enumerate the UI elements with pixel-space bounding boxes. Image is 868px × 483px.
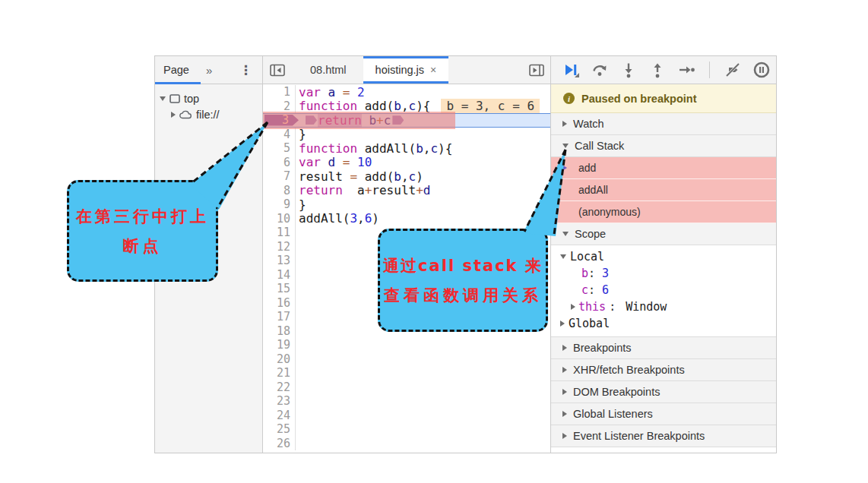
step-icon[interactable] (677, 61, 695, 79)
show-panel-icon[interactable] (527, 61, 546, 79)
kebab-menu-icon[interactable]: ⋮ (239, 62, 252, 78)
cloud-icon (179, 110, 192, 119)
section-breakpoints[interactable]: Breakpoints (551, 337, 776, 359)
chevron-right-icon[interactable] (571, 304, 575, 310)
scope-variable[interactable]: this: Window (551, 298, 776, 315)
line-number[interactable]: 22 (263, 380, 296, 395)
chevron-down-icon[interactable] (560, 254, 566, 259)
pause-on-exceptions-icon[interactable] (752, 61, 771, 79)
chevron-down-icon[interactable] (562, 232, 569, 236)
chevron-right-icon[interactable] (562, 345, 567, 351)
screenshot-canvas: Page » ⋮ top file:// (0, 0, 868, 483)
tree-item-file[interactable]: file:// (155, 106, 262, 122)
chevron-right-icon[interactable] (171, 112, 176, 118)
section-dom-breakpoints[interactable]: DOM Breakpoints (551, 381, 776, 403)
code-token: a (328, 85, 336, 99)
chevron-right-icon[interactable] (562, 433, 567, 439)
line-number[interactable]: 4 (263, 128, 296, 142)
tab-08-html[interactable]: 08.html (298, 56, 359, 84)
section-call-stack[interactable]: Call Stack (551, 135, 776, 157)
line-number[interactable]: 12 (263, 240, 296, 254)
code-text: } (296, 197, 306, 212)
editor-tabbar: 08.html hoisting.js × (263, 56, 550, 84)
call-stack-frame[interactable]: addAll (551, 179, 776, 201)
step-out-icon[interactable] (648, 61, 667, 79)
chevron-down-icon[interactable] (562, 144, 569, 148)
code-line: 23 (263, 394, 550, 409)
code-token: ( (387, 169, 394, 184)
tree-item-label: file:// (196, 109, 220, 121)
section-watch[interactable]: Watch (551, 113, 776, 135)
close-tab-icon[interactable]: × (430, 64, 436, 76)
code-token: ( (409, 141, 417, 156)
section-label: Call Stack (575, 140, 624, 152)
line-number[interactable]: 11 (263, 226, 296, 240)
line-number[interactable]: 16 (263, 296, 296, 311)
resume-icon[interactable] (562, 61, 580, 79)
more-tabs-icon[interactable]: » (206, 64, 211, 77)
variable-colon: : (588, 283, 602, 297)
code-line: 26 (263, 437, 550, 451)
frame-label: add (578, 162, 596, 174)
code-token: + (416, 183, 423, 197)
section-event-listener-breakpoints[interactable]: Event Listener Breakpoints (551, 425, 776, 447)
code-token (343, 183, 357, 197)
code-token (321, 155, 328, 169)
line-number[interactable]: 20 (263, 352, 296, 367)
line-number[interactable]: 13 (263, 254, 296, 268)
frame-label: (anonymous) (578, 206, 641, 218)
debugger-toolbar (551, 56, 776, 84)
line-number[interactable]: 25 (263, 422, 296, 437)
variable-name: this (578, 300, 606, 314)
code-token: a (357, 183, 365, 197)
line-number[interactable]: 17 (263, 310, 296, 324)
line-number[interactable]: 21 (263, 366, 296, 380)
scope-variable[interactable]: c: 6 (551, 282, 776, 298)
code-text: var a = 2 (296, 85, 365, 99)
line-number[interactable]: 5 (263, 141, 296, 156)
section-global-listeners[interactable]: Global Listeners (551, 403, 776, 425)
line-number[interactable]: 14 (263, 268, 296, 283)
scope-variable[interactable]: b: 3 (551, 265, 776, 282)
line-number[interactable]: 23 (263, 394, 296, 409)
line-number[interactable]: 1 (263, 85, 296, 99)
line-number[interactable]: 19 (263, 338, 296, 352)
hide-navigator-icon[interactable] (268, 61, 287, 79)
chevron-right-icon[interactable] (562, 367, 567, 373)
line-number[interactable]: 18 (263, 324, 296, 339)
code-text: function addAll(b,c){ (296, 141, 452, 156)
chevron-right-icon[interactable] (562, 121, 567, 127)
code-token: 6 (365, 211, 372, 226)
call-stack-frame[interactable]: add (551, 157, 776, 179)
step-into-icon[interactable] (619, 61, 638, 79)
line-number[interactable]: 15 (263, 282, 296, 296)
line-number[interactable]: 9 (263, 197, 296, 212)
frame-tree: top file:// (155, 84, 262, 122)
line-number[interactable]: 26 (263, 437, 296, 451)
line-number[interactable]: 24 (263, 409, 296, 423)
chevron-right-icon[interactable] (562, 411, 567, 417)
line-number[interactable]: 6 (263, 156, 296, 170)
chevron-right-icon[interactable] (560, 320, 565, 327)
chevron-down-icon[interactable] (160, 96, 166, 101)
step-over-icon[interactable] (591, 61, 609, 79)
chevron-right-icon[interactable] (562, 389, 567, 395)
scope-global[interactable]: Global (551, 315, 776, 332)
section-label: XHR/fetch Breakpoints (573, 364, 685, 376)
section-scope[interactable]: Scope (551, 223, 776, 245)
deactivate-breakpoints-icon[interactable] (724, 61, 742, 79)
code-token: ){ (438, 141, 452, 156)
code-token: function (299, 141, 357, 156)
code-token (335, 85, 343, 99)
section-xhr-fetch-breakpoints[interactable]: XHR/fetch Breakpoints (551, 359, 776, 381)
line-number[interactable]: 7 (263, 169, 296, 184)
tab-hoisting-js[interactable]: hoisting.js × (363, 56, 449, 84)
tab-page[interactable]: Page (155, 56, 200, 84)
call-stack-frame[interactable]: (anonymous) (551, 201, 776, 223)
line-number[interactable]: 8 (263, 184, 296, 198)
code-token: result (372, 183, 416, 197)
line-number[interactable]: 10 (263, 212, 296, 226)
scope-local[interactable]: Local (551, 248, 776, 265)
annotation-text: 查看函数调用关系 (384, 285, 542, 306)
tree-item-top[interactable]: top (155, 90, 262, 106)
